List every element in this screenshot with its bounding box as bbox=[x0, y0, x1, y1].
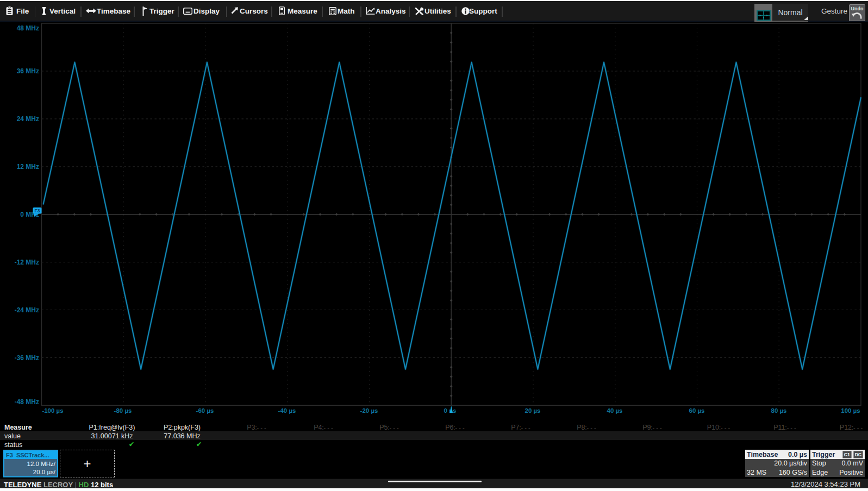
svg-text:48 MHz: 48 MHz bbox=[17, 24, 39, 32]
svg-text:24 MHz: 24 MHz bbox=[17, 115, 39, 123]
svg-text:-36 MHz: -36 MHz bbox=[15, 354, 39, 362]
svg-text:-20 µs: -20 µs bbox=[360, 407, 378, 414]
svg-text:-60 µs: -60 µs bbox=[196, 407, 214, 414]
svg-text:60 µs: 60 µs bbox=[689, 407, 704, 414]
svg-text:0 ns: 0 ns bbox=[444, 407, 456, 414]
svg-text:20 µs: 20 µs bbox=[524, 407, 540, 414]
svg-text:80 µs: 80 µs bbox=[771, 407, 786, 414]
svg-text:36 MHz: 36 MHz bbox=[17, 67, 39, 75]
svg-text:12 MHz: 12 MHz bbox=[17, 163, 39, 171]
svg-text:-100 µs: -100 µs bbox=[42, 407, 63, 414]
svg-text:-80 µs: -80 µs bbox=[114, 407, 132, 414]
svg-text:40 µs: 40 µs bbox=[607, 407, 622, 414]
svg-text:-24 MHz: -24 MHz bbox=[15, 306, 39, 314]
svg-text:-48 MHz: -48 MHz bbox=[15, 398, 39, 406]
svg-text:100 µs: 100 µs bbox=[841, 407, 860, 414]
svg-text:-40 µs: -40 µs bbox=[278, 407, 296, 414]
svg-text:F3: F3 bbox=[35, 208, 40, 213]
svg-text:-12 MHz: -12 MHz bbox=[15, 259, 39, 266]
